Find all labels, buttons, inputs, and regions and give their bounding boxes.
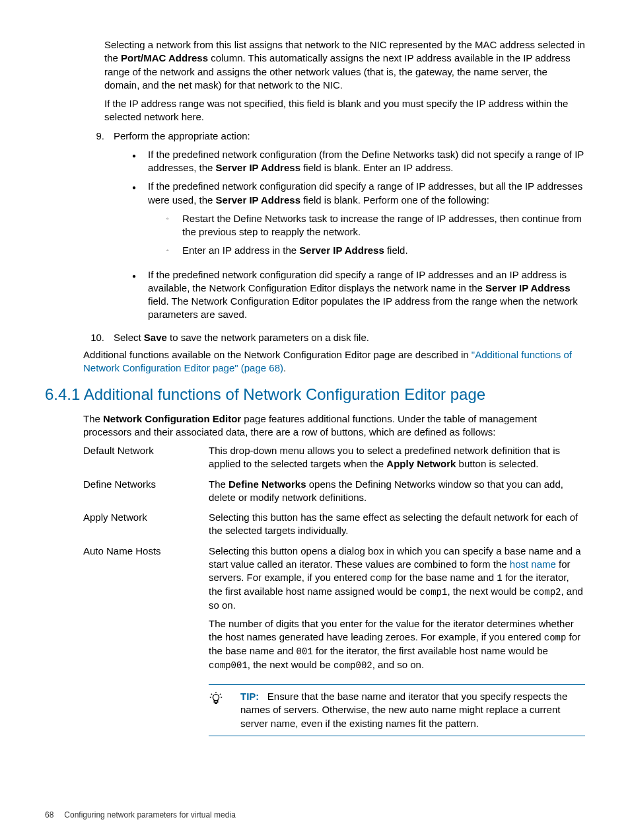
heading-6-4-1: 6.4.1 Additional functions of Network Co…: [45, 384, 585, 405]
para-ip-blank: If the IP address range was not specifie…: [104, 97, 585, 124]
tip-label: TIP:: [240, 691, 259, 702]
step-9-bullet-2: ● If the predefined network configuratio…: [132, 180, 585, 262]
svg-line-2: [211, 694, 212, 695]
step-9-sub-1: ◦ Restart the Define Networks task to in…: [166, 212, 585, 239]
step-9-bullet-1: ● If the predefined network configuratio…: [132, 148, 585, 175]
dl-apply-network: Apply Network Selecting this button has …: [83, 511, 585, 538]
step-10: 10. Select Save to save the network para…: [86, 331, 585, 344]
tip-icon: [209, 695, 223, 708]
dl-default-network: Default Network This drop-down menu allo…: [83, 444, 585, 471]
step-9-sub-2: ◦ Enter an IP address in the Server IP A…: [166, 244, 585, 257]
dl-define-networks: Define Networks The Define Networks open…: [83, 478, 585, 505]
tip-text: Ensure that the base name and iterator t…: [240, 691, 567, 729]
term-default-network: Default Network: [83, 444, 209, 471]
term-define-networks: Define Networks: [83, 478, 209, 505]
section-intro: The Network Configuration Editor page fe…: [83, 412, 585, 439]
para-additional-functions: Additional functions available on the Ne…: [83, 348, 585, 375]
tip-box: TIP: Ensure that the base name and itera…: [209, 684, 585, 736]
link-host-name[interactable]: host name: [510, 558, 556, 570]
svg-line-3: [220, 694, 221, 695]
step-9: 9. Perform the appropriate action: ● If …: [86, 130, 585, 327]
step-9-intro: Perform the appropriate action:: [114, 130, 585, 143]
para-network-assign: Selecting a network from this list assig…: [104, 38, 585, 92]
svg-point-0: [213, 695, 219, 701]
step-9-bullet-3: ● If the predefined network configuratio…: [132, 268, 585, 322]
term-auto-name-hosts: Auto Name Hosts: [83, 545, 209, 736]
term-apply-network: Apply Network: [83, 511, 209, 538]
dl-auto-name-hosts: Auto Name Hosts Selecting this button op…: [83, 545, 585, 736]
